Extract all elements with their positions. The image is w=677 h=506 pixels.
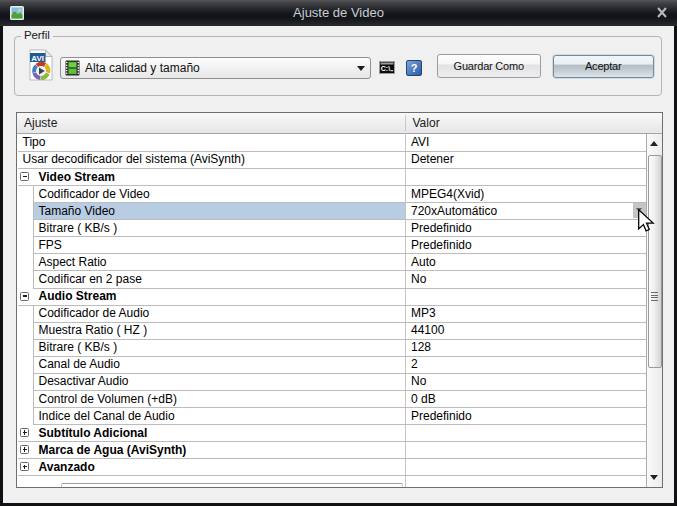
svg-text:AVI: AVI (31, 54, 44, 63)
svg-text:C:\: C:\ (381, 65, 390, 72)
